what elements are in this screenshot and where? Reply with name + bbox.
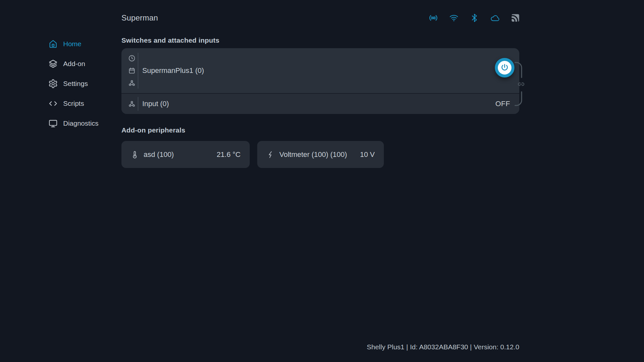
access-point-icon: [428, 13, 438, 23]
peripheral-cards: asd (100) 21.6 °C Voltmeter (100) (100) …: [121, 141, 384, 168]
voltage-icon: [266, 150, 275, 159]
switch-indicator-icons: [128, 48, 136, 93]
switches-section-heading: Switches and attached inputs: [121, 36, 219, 44]
bluetooth-icon: [469, 13, 479, 23]
peripheral-card-voltmeter[interactable]: Voltmeter (100) (100) 10 V: [257, 141, 384, 168]
mqtt-icon: [511, 13, 520, 23]
sidebar-item-label: Add-on: [63, 60, 85, 68]
webhook-icon: [128, 79, 136, 87]
peripheral-name: asd (100): [144, 150, 217, 159]
calendar-icon: [128, 67, 136, 75]
sidebar-item-diagnostics[interactable]: Diagnostics: [48, 113, 113, 133]
switch-name: SupermanPlus1 (0): [142, 66, 204, 75]
switch-card: SupermanPlus1 (0) Input (0) OFF: [121, 48, 519, 114]
sidebar-item-addon[interactable]: Add-on: [48, 54, 113, 74]
sidebar-item-scripts[interactable]: Scripts: [48, 93, 113, 113]
sidebar-item-label: Diagnostics: [63, 119, 99, 127]
shelly-device-page: Superman: [0, 0, 644, 362]
link-icon: [517, 80, 525, 89]
cloud-icon: [490, 13, 500, 23]
status-icon-bar: [428, 13, 520, 23]
clock-icon: [128, 54, 136, 62]
wifi-icon: [449, 13, 459, 23]
input-state-badge: OFF: [496, 100, 511, 108]
sidebar-item-settings[interactable]: Settings: [48, 74, 113, 93]
layers-icon: [48, 59, 58, 69]
peripheral-name: Voltmeter (100) (100): [279, 150, 360, 159]
input-row[interactable]: Input (0) OFF: [121, 93, 519, 114]
icon-divider: [138, 97, 138, 111]
sidebar-item-label: Scripts: [63, 100, 84, 107]
home-icon: [48, 39, 58, 49]
input-name: Input (0): [142, 100, 169, 108]
page-title: Superman: [121, 13, 158, 22]
power-toggle-button[interactable]: [495, 58, 514, 77]
webhook-icon: [128, 100, 136, 108]
sidebar-item-label: Settings: [63, 80, 88, 88]
gear-icon: [48, 79, 58, 89]
icon-divider: [138, 53, 138, 89]
switch-row[interactable]: SupermanPlus1 (0): [121, 48, 519, 93]
power-icon: [499, 62, 510, 73]
peripheral-value: 21.6 °C: [217, 150, 241, 159]
device-info-footer: Shelly Plus1 | Id: A8032ABA8F30 | Versio…: [367, 343, 519, 351]
peripheral-value: 10 V: [360, 150, 375, 159]
thermometer-icon: [131, 150, 139, 159]
monitor-icon: [48, 118, 58, 128]
sidebar-item-label: Home: [63, 40, 81, 48]
sidebar-item-home[interactable]: Home: [48, 34, 113, 54]
sidebar: Home Add-on Settings Scripts Diagnostics: [48, 34, 113, 133]
peripheral-card-temperature[interactable]: asd (100) 21.6 °C: [121, 141, 250, 168]
addons-section-heading: Add-on peripherals: [121, 126, 185, 134]
code-icon: [48, 99, 58, 108]
